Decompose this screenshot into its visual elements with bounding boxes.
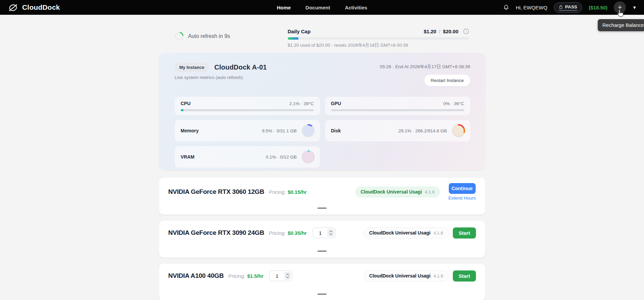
auto-refresh: Auto refresh in 9s (175, 32, 230, 41)
instance-card: My Instance CloudDock A-01 Live system m… (159, 53, 485, 170)
gpu-price: $0.15/hr (288, 189, 307, 195)
metric-vram: VRAM 0.1% · 0/12 GB (175, 146, 320, 168)
cursor-pointer (616, 9, 624, 19)
metric-label: GPU (331, 101, 341, 106)
gpu-bar-track (331, 109, 464, 111)
image-badge: CloudDock Universal Usagi 4.1.6 (364, 227, 449, 239)
instance-head-right: 05:26 · End At 2026年4月17日 GMT+8 08:39 Re… (380, 63, 470, 86)
metric-value: 0.1% · 0/12 GB (266, 155, 297, 160)
metric-gpu: GPU 0% · 36°C (325, 97, 470, 115)
metric-label: Disk (331, 128, 341, 133)
pricing-label: Pricing: (269, 230, 286, 236)
pricing-label: Pricing: (228, 273, 245, 279)
metric-label: Memory (181, 128, 199, 133)
clouddock-logo-icon (8, 2, 18, 12)
pricing-label: Pricing: (269, 189, 286, 195)
cpu-bar-track (181, 109, 314, 111)
main-content: Auto refresh in 9s Daily Cap $1.20 / $20… (159, 29, 485, 300)
quantity-input[interactable] (313, 230, 327, 236)
chevron-down-icon[interactable] (286, 276, 289, 278)
metric-cpu: CPU 2.1% · 39°C (175, 97, 320, 115)
daily-cap-separator: / (439, 29, 440, 34)
svg-text:i: i (466, 30, 467, 33)
instance-subtitle: Live system metrics (auto refresh) (175, 75, 267, 80)
instance-session-info: 05:26 · End At 2026年4月17日 GMT+8 08:39 (380, 64, 470, 70)
recharge-balance-tooltip: Recharge Balance (598, 19, 644, 31)
pass-badge[interactable]: PASS (554, 2, 582, 13)
refresh-spinner-icon (175, 32, 184, 41)
start-button[interactable]: Start (453, 227, 476, 239)
lock-icon (559, 5, 563, 9)
stepper-arrows[interactable] (327, 229, 334, 237)
chevron-up-icon[interactable] (286, 273, 289, 275)
image-name: CloudDock Universal Usagi (361, 189, 422, 195)
image-name: CloudDock Universal Usagi (369, 273, 431, 278)
card-drag-handle[interactable] (318, 208, 327, 209)
image-version: 4.1.6 (425, 189, 435, 195)
metric-value: 2.1% · 39°C (289, 101, 314, 106)
daily-cap-used: $1.20 (424, 29, 436, 34)
user-greeting: Hi, EWQEWQ (516, 5, 547, 10)
nav-links: Home Document Activities (277, 5, 367, 10)
metric-label: CPU (181, 101, 191, 106)
balance-amount: ($18.50) (589, 5, 607, 10)
quantity-stepper[interactable] (313, 227, 335, 238)
image-version: 4.1.6 (433, 230, 443, 235)
restart-instance-button[interactable]: Restart Instance (424, 75, 470, 86)
daily-cap-widget: Daily Cap $1.20 / $20.00 i $1.20 used o (288, 29, 469, 48)
nav-link-activities[interactable]: Activities (345, 5, 367, 10)
image-badge: CloudDock Universal Usagi 4.1.6 (355, 186, 440, 198)
cpu-bar-fill (181, 109, 183, 111)
metric-disk: Disk 29.1% · 266.2/914.8 GB (325, 120, 470, 141)
gpu-price: $1.5/hr (247, 273, 263, 279)
daily-cap-caption: $1.20 used of $20.00 · resets 2026年4月18日… (288, 42, 469, 48)
top-row: Auto refresh in 9s Daily Cap $1.20 / $20… (159, 29, 485, 48)
navbar: CloudDock Home Document Activities Hi, E… (0, 0, 644, 15)
daily-cap-title: Daily Cap (288, 29, 311, 34)
metric-value: 0% · 36°C (443, 101, 464, 106)
daily-cap-progressbar (288, 37, 469, 40)
brand-name: CloudDock (22, 3, 60, 11)
nav-link-home[interactable]: Home (277, 5, 291, 10)
memory-ring-gauge (301, 123, 316, 138)
pass-label: PASS (565, 4, 577, 9)
image-badge: CloudDock Universal Usagi 4.1.6 (364, 270, 449, 282)
gpu-card-rtx3090: NVIDIA GeForce RTX 3090 24GB Pricing: $0… (159, 221, 485, 258)
quantity-input[interactable] (270, 273, 284, 279)
recharge-plus-button[interactable]: + (614, 1, 626, 13)
gpu-card-a100: NVIDIA A100 40GB Pricing: $1.5/hr CloudD… (159, 264, 485, 300)
metric-memory: Memory 9.5% · 3/31.1 GB (175, 120, 320, 141)
disk-ring-gauge (451, 123, 466, 138)
gpu-card-rtx3060: NVIDIA GeForce RTX 3060 12GB Pricing: $0… (159, 178, 485, 215)
nav-right: Hi, EWQEWQ PASS ($18.50) + ▼ (503, 1, 637, 13)
gpu-title: NVIDIA GeForce RTX 3090 24GB (168, 229, 264, 237)
instance-head-left: My Instance CloudDock A-01 Live system m… (175, 63, 267, 80)
bell-icon[interactable] (503, 4, 509, 11)
vram-ring-gauge (301, 149, 316, 164)
nav-link-document[interactable]: Document (306, 5, 330, 10)
gpu-price: $0.35/hr (288, 230, 307, 236)
start-button[interactable]: Start (453, 270, 476, 282)
gpu-title: NVIDIA GeForce RTX 3060 12GB (168, 188, 264, 196)
stepper-arrows[interactable] (284, 272, 291, 280)
instance-title: CloudDock A-01 (214, 63, 267, 71)
brand: CloudDock (8, 2, 60, 12)
quantity-stepper[interactable] (269, 270, 292, 281)
daily-cap-progress-fill (288, 37, 299, 40)
chevron-up-icon[interactable] (329, 230, 332, 232)
metric-label: VRAM (181, 154, 195, 160)
extend-hours-link[interactable]: Extend Hours (448, 196, 476, 201)
card-drag-handle[interactable] (318, 251, 327, 252)
chevron-down-icon[interactable] (329, 233, 332, 235)
info-icon[interactable]: i (463, 29, 469, 34)
metric-value: 29.1% · 266.2/914.8 GB (398, 128, 447, 133)
metrics-grid: CPU 2.1% · 39°C GPU 0% · 36°C Memory 9. (175, 97, 470, 168)
gpu-title: NVIDIA A100 40GB (168, 272, 224, 280)
card-drag-handle[interactable] (318, 294, 327, 295)
my-instance-badge: My Instance (175, 63, 209, 72)
auto-refresh-label: Auto refresh in 9s (188, 33, 230, 39)
chevron-down-icon[interactable]: ▼ (632, 5, 637, 10)
image-version: 4.1.6 (433, 273, 443, 278)
continue-button[interactable]: Continue (449, 183, 476, 194)
daily-cap-total: $20.00 (443, 29, 459, 34)
